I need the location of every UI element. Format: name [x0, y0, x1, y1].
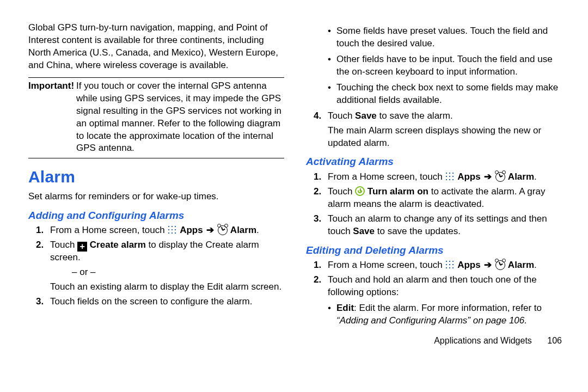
ed1-pre: From a Home screen, touch [328, 260, 445, 270]
ed2-text: Touch and hold an alarm and then touch o… [328, 274, 537, 297]
editing-steps: 1. From a Home screen, touch Apps ➔ Alar… [314, 259, 562, 299]
gps-intro: Global GPS turn-by-turn navigation, mapp… [28, 22, 284, 72]
save-label: Save [355, 111, 377, 121]
clock-icon [495, 260, 505, 270]
clock-icon [495, 172, 505, 182]
or-separator: – or – [72, 266, 284, 279]
step-3: 3. Touch fields on the screen to configu… [36, 296, 284, 308]
clock-icon [218, 225, 228, 235]
edit-text-a: : Edit the alarm. For more information, … [354, 303, 542, 313]
arrow-icon: ➔ [205, 225, 215, 235]
act-step-1: 1. From a Home screen, touch Apps ➔ Alar… [314, 171, 562, 183]
plus-icon: + [77, 242, 87, 252]
important-note: Important! If you touch or cover the int… [28, 77, 284, 159]
step3-text: Touch fields on the screen to configure … [50, 296, 252, 307]
page-number: 106 [547, 336, 562, 345]
arrow-icon: ➔ [483, 171, 493, 182]
save-label-2: Save [353, 226, 375, 236]
arrow-icon: ➔ [483, 260, 493, 270]
alarm-intro: Set alarms for reminders or for wake-up … [28, 191, 284, 203]
act1-pre: From a Home screen, touch [328, 171, 445, 182]
bullet-preset: Some fields have preset values. Touch th… [328, 25, 562, 50]
apps-label-3: Apps [457, 260, 481, 270]
ed-step-1: 1. From a Home screen, touch Apps ➔ Alar… [314, 259, 562, 272]
activating-steps: 1. From a Home screen, touch Apps ➔ Alar… [314, 171, 562, 238]
step2-pre: Touch [50, 240, 77, 250]
adding-configuring-heading: Adding and Configuring Alarms [28, 209, 284, 223]
act2-pre: Touch [328, 186, 355, 197]
activating-heading: Activating Alarms [306, 155, 562, 169]
alarm-heading: Alarm [28, 166, 284, 188]
apps-label: Apps [180, 225, 203, 235]
edit-option: Edit: Edit the alarm. For more informati… [328, 302, 562, 327]
s4-pre: Touch [328, 111, 355, 121]
manual-page: Global GPS turn-by-turn navigation, mapp… [0, 0, 588, 392]
alarm-label-3: Alarm [508, 260, 534, 270]
cross-reference: “Adding and Configuring Alarms” [336, 315, 470, 326]
note-label: Important! [28, 80, 76, 155]
config-bullets: Some fields have preset values. Touch th… [328, 25, 562, 107]
s4-outcome: The main Alarm screen displays showing t… [328, 125, 562, 150]
bullet-checkbox: Touching the check box next to some fiel… [328, 82, 562, 107]
alarm-label: Alarm [230, 225, 256, 235]
step-1: 1. From a Home screen, touch Apps ➔ Alar… [36, 224, 284, 237]
turn-alarm-on-label: Turn alarm on [367, 186, 428, 197]
apps-grid-icon [445, 171, 455, 181]
s4-post: to save the alarm. [379, 111, 453, 121]
left-column: Global GPS turn-by-turn navigation, mapp… [28, 22, 284, 379]
step1-pre: From a Home screen, touch [50, 225, 167, 235]
bullet-input: Other fields have to be input. Touch the… [328, 53, 562, 78]
act-step-2: 2. Touch Turn alarm on to activate the a… [314, 186, 562, 211]
right-column: Some fields have preset values. Touch th… [306, 22, 562, 379]
editing-heading: Editing and Deleting Alarms [306, 243, 562, 258]
step-2: 2. Touch + Create alarm to display the C… [36, 239, 284, 293]
step2-alt: Touch an existing alarm to display the E… [50, 281, 284, 293]
act3-post: to save the updates. [377, 226, 461, 236]
adding-steps: 1. From a Home screen, touch Apps ➔ Alar… [36, 224, 284, 308]
note-body: If you touch or cover the internal GPS a… [76, 80, 284, 155]
edit-label: Edit [336, 303, 354, 313]
cross-reference-page: on page 106. [470, 315, 527, 326]
apps-grid-icon [445, 260, 455, 270]
adding-steps-cont: 4. Touch Save to save the alarm. The mai… [314, 110, 562, 150]
turn-on-icon [355, 186, 365, 196]
footer-section: Applications and Widgets [434, 336, 532, 345]
ed-step-2: 2. Touch and hold an alarm and then touc… [314, 274, 562, 299]
act-step-3: 3. Touch an alarm to change any of its s… [314, 213, 562, 238]
step-4: 4. Touch Save to save the alarm. The mai… [314, 110, 562, 150]
page-footer: Applications and Widgets 106 [306, 335, 562, 347]
alarm-label-2: Alarm [508, 171, 534, 182]
apps-label-2: Apps [457, 171, 481, 182]
apps-grid-icon [167, 225, 177, 235]
create-alarm-label: Create alarm [90, 240, 146, 250]
edit-options: Edit: Edit the alarm. For more informati… [328, 302, 562, 327]
